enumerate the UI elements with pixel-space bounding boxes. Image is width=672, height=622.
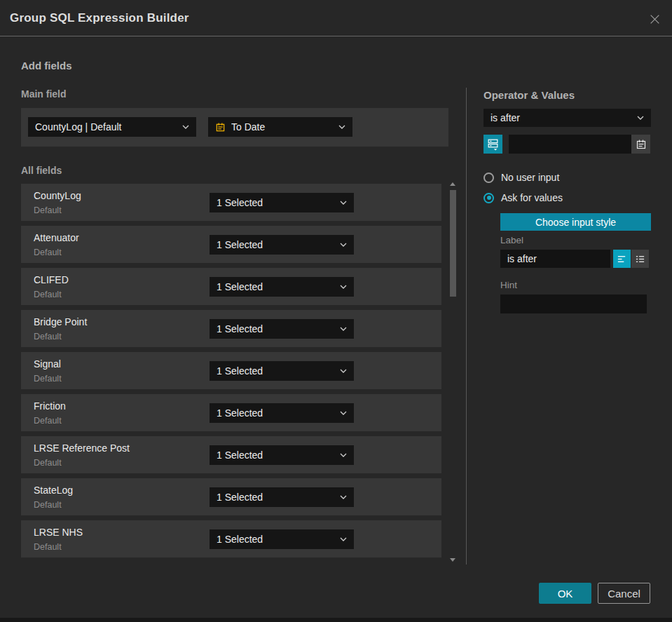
label-input[interactable]: [500, 250, 610, 268]
group-sql-expression-builder-dialog: Group SQL Expression Builder Add fields …: [0, 0, 672, 618]
main-field-label: Main field: [21, 88, 67, 100]
label-field-label: Label: [500, 235, 523, 245]
dialog-title: Group SQL Expression Builder: [0, 11, 189, 25]
field-subtitle: Default: [34, 500, 62, 510]
add-fields-heading: Add fields: [21, 60, 72, 72]
all-fields-label: All fields: [21, 165, 62, 176]
selected-count-label: 1 Selected: [217, 534, 336, 545]
field-selected-dropdown[interactable]: 1 Selected: [210, 403, 354, 423]
label-list-style-button[interactable]: [631, 250, 649, 268]
value-type-toggle-button[interactable]: [484, 135, 502, 154]
selected-count-label: 1 Selected: [217, 365, 336, 377]
scroll-down-arrow[interactable]: [450, 558, 455, 562]
field-name: LRSE NHS: [34, 527, 83, 538]
field-name: Bridge Point: [34, 316, 87, 327]
field-row: CLIFED Default 1 Selected: [21, 268, 441, 305]
chevron-down-icon: [340, 327, 347, 331]
field-subtitle: Default: [34, 332, 62, 342]
chevron-down-icon: [182, 125, 189, 129]
list-icon: [635, 254, 645, 264]
radio-ask-for-values[interactable]: Ask for values: [484, 192, 563, 203]
main-field-select[interactable]: CountyLog | Default: [28, 117, 196, 137]
field-subtitle: Default: [34, 542, 62, 552]
value-input[interactable]: [509, 135, 631, 154]
scrollbar-thumb[interactable]: [450, 190, 456, 297]
chevron-down-icon: [340, 453, 347, 457]
align-left-icon: [617, 254, 627, 264]
field-subtitle: Default: [34, 290, 62, 299]
field-row: CountyLog Default 1 Selected: [21, 184, 441, 221]
selected-count-label: 1 Selected: [217, 281, 336, 292]
operator-select-value: is after: [491, 112, 633, 123]
all-fields-list: CountyLog Default 1 Selected Attenuator …: [21, 184, 441, 557]
close-button[interactable]: [645, 10, 664, 28]
field-subtitle: Default: [34, 374, 62, 384]
close-icon: [649, 13, 661, 25]
radio-circle-selected[interactable]: [484, 193, 494, 203]
calendar-icon: [636, 139, 647, 150]
field-name: Signal: [34, 358, 61, 370]
radio-no-user-input-label: No user input: [501, 172, 559, 183]
hint-field-label: Hint: [500, 280, 517, 290]
field-name: LRSE Reference Post: [34, 442, 130, 454]
field-selected-dropdown[interactable]: 1 Selected: [210, 487, 354, 507]
main-field-panel: CountyLog | Default To Date: [21, 108, 448, 147]
dialog-header: Group SQL Expression Builder: [0, 0, 672, 36]
field-name: CountyLog: [34, 190, 81, 201]
hint-input[interactable]: [500, 295, 647, 313]
field-selected-dropdown[interactable]: 1 Selected: [210, 529, 354, 549]
selected-count-label: 1 Selected: [217, 407, 336, 419]
field-selected-dropdown[interactable]: 1 Selected: [210, 361, 354, 381]
calendar-icon: [215, 122, 226, 133]
field-row: LRSE NHS Default 1 Selected: [21, 520, 441, 557]
chevron-down-icon: [338, 125, 345, 129]
field-name: CLIFED: [34, 274, 69, 285]
field-name: StateLog: [34, 485, 73, 496]
main-field-select-value: CountyLog | Default: [35, 121, 178, 133]
selected-count-label: 1 Selected: [217, 197, 336, 208]
chevron-down-icon: [340, 201, 347, 205]
field-subtitle: Default: [34, 458, 62, 468]
field-subtitle: Default: [34, 248, 62, 257]
label-align-left-button[interactable]: [613, 250, 631, 268]
field-name: Attenuator: [34, 232, 79, 243]
field-row: Bridge Point Default 1 Selected: [21, 310, 441, 347]
main-field-type-select[interactable]: To Date: [208, 117, 352, 137]
field-row: Attenuator Default 1 Selected: [21, 226, 441, 263]
operator-select[interactable]: is after: [484, 109, 651, 127]
chevron-down-icon: [340, 537, 347, 541]
field-row: LRSE Reference Post Default 1 Selected: [21, 436, 441, 473]
field-selected-dropdown[interactable]: 1 Selected: [210, 277, 354, 297]
selected-count-label: 1 Selected: [217, 492, 336, 503]
field-selected-dropdown[interactable]: 1 Selected: [210, 319, 354, 339]
field-selected-dropdown[interactable]: 1 Selected: [210, 193, 354, 212]
field-selected-dropdown[interactable]: 1 Selected: [210, 235, 354, 255]
chevron-down-icon: [340, 411, 347, 415]
main-field-type-value: To Date: [231, 121, 334, 133]
chevron-down-icon: [637, 116, 644, 120]
field-row: Signal Default 1 Selected: [21, 352, 441, 389]
selected-count-label: 1 Selected: [217, 449, 336, 461]
radio-no-user-input[interactable]: No user input: [484, 172, 559, 183]
chevron-down-icon: [340, 285, 347, 289]
vertical-divider: [466, 88, 467, 564]
operator-values-heading: Operator & Values: [484, 89, 575, 101]
field-name: Friction: [34, 400, 66, 412]
scroll-up-arrow[interactable]: [450, 182, 455, 186]
field-subtitle: Default: [34, 416, 62, 426]
date-picker-button[interactable]: [631, 135, 650, 154]
chevron-down-icon: [340, 495, 347, 499]
selected-count-label: 1 Selected: [217, 323, 336, 334]
chevron-down-icon: [340, 369, 347, 373]
selected-count-label: 1 Selected: [217, 239, 336, 250]
radio-circle[interactable]: [484, 173, 494, 183]
field-row: StateLog Default 1 Selected: [21, 478, 441, 515]
radio-ask-for-values-label: Ask for values: [501, 192, 563, 203]
field-selected-dropdown[interactable]: 1 Selected: [210, 445, 354, 465]
ok-button[interactable]: OK: [539, 583, 591, 604]
cancel-button[interactable]: Cancel: [598, 583, 650, 604]
field-row: Friction Default 1 Selected: [21, 394, 441, 431]
choose-input-style-button[interactable]: Choose input style: [500, 213, 651, 231]
fields-list-scrollbar: [449, 180, 457, 564]
field-subtitle: Default: [34, 205, 62, 215]
